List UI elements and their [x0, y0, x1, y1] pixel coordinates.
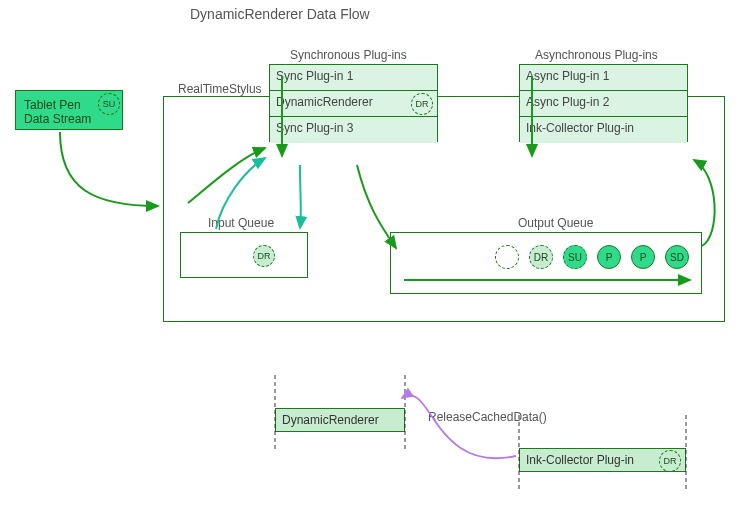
arrow-tablet-to-rts [60, 132, 158, 206]
arrow-sync-to-input [300, 165, 301, 228]
arrow-rts-to-sync [188, 148, 265, 203]
arrow-sync-to-output [357, 165, 396, 248]
arrow-output-to-async [694, 160, 715, 246]
diagram-root: DynamicRenderer Data Flow Tablet Pen Dat… [0, 0, 740, 519]
arrow-release-cached-data [402, 395, 516, 458]
arrows-layer [0, 0, 740, 519]
arrow-input-to-sync [216, 158, 265, 229]
